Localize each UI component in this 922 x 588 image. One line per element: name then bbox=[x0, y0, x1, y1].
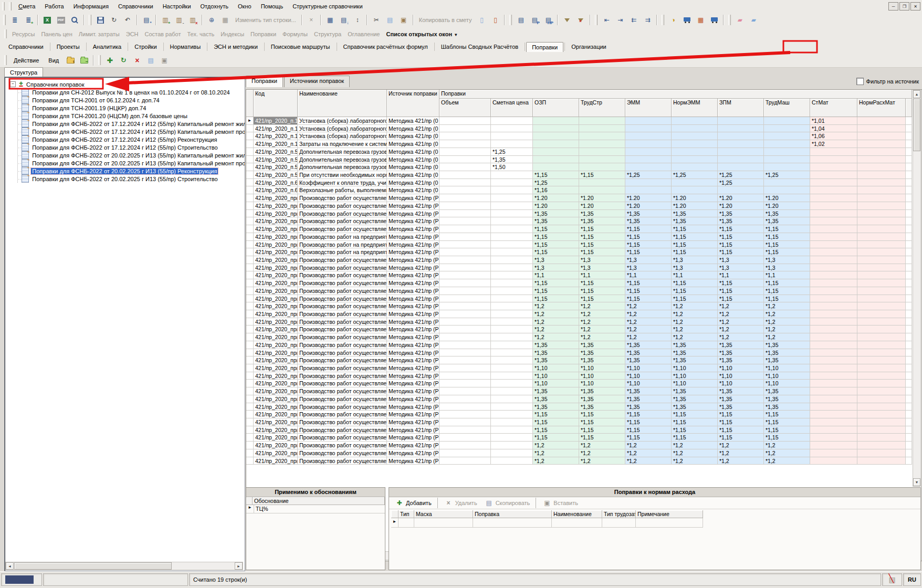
table-row[interactable]: 421/пр_2020_п.60Верхолазные работы, выпо… bbox=[246, 186, 912, 194]
tree-item-12[interactable]: ··Поправки для ФСНБ-2022 от 20.02.2025 г… bbox=[18, 175, 245, 183]
menu-item-2[interactable]: Работа bbox=[40, 2, 68, 10]
menu-item-1[interactable]: Смета bbox=[14, 2, 40, 10]
filter-clear-button[interactable]: x bbox=[574, 14, 587, 26]
tree-item-1[interactable]: ··Поправки для СН-2012 Выпуск № 1 в цена… bbox=[18, 88, 245, 96]
record-edit-button[interactable]: ▥- bbox=[173, 14, 185, 26]
module-tab-11[interactable]: Организации bbox=[566, 42, 612, 51]
tree-scroll-left[interactable]: ◄ bbox=[6, 562, 14, 570]
table-row[interactable]: 421/пр_2020_приПроизводство работ осущес… bbox=[246, 333, 912, 341]
folder-up-button[interactable]: t bbox=[64, 54, 77, 67]
grid-tab-2[interactable]: Источники поправок bbox=[284, 76, 350, 87]
grid-scroll-down[interactable]: ▼ bbox=[913, 478, 920, 486]
menu-item-4[interactable]: Справочники bbox=[113, 2, 158, 10]
tree-root[interactable]: −✚▬Справочник поправок bbox=[10, 80, 245, 88]
table-row[interactable]: 421/пр_2020_п.52Дополнительная перевозка… bbox=[246, 156, 912, 164]
folder-collapse-button[interactable]: − bbox=[78, 54, 90, 67]
paste-button[interactable]: ▣ bbox=[397, 14, 410, 26]
refresh-button[interactable]: ↻ bbox=[108, 14, 120, 26]
tree-item-5[interactable]: ··Поправки для ФСНБ-2022 от 17.12.2024 г… bbox=[18, 120, 245, 128]
minimize-button[interactable]: ─ bbox=[888, 2, 898, 10]
add-node-button[interactable]: ✚ bbox=[103, 54, 116, 67]
table-row[interactable]: 421/пр_2020_приПроизводство работ осущес… bbox=[246, 271, 912, 279]
tree-hscrollbar[interactable]: ◄ ► bbox=[5, 562, 243, 570]
layers-blue-button[interactable]: ▰ bbox=[747, 14, 760, 26]
doc-pr-button[interactable]: ▤ПР bbox=[542, 14, 554, 26]
sort-updown-button[interactable]: ↕ bbox=[351, 14, 364, 26]
table-row[interactable]: 421/пр_2020_п.52Дополнительная перевозка… bbox=[246, 148, 912, 156]
table-row[interactable]: 421/пр_2020_приПроизводство работ осущес… bbox=[246, 356, 912, 364]
table-row[interactable]: 421/пр_2020_п.12Установка (сборка) лабор… bbox=[246, 125, 912, 133]
doc-print-button[interactable]: ▤ bbox=[515, 14, 527, 26]
tree-scroll-right[interactable]: ► bbox=[235, 562, 243, 570]
menu-item-7[interactable]: Окно bbox=[233, 2, 256, 10]
lock-document-button[interactable]: ▤* bbox=[140, 14, 153, 26]
table-row[interactable]: 421/пр_2020_приПроизводство работ на пре… bbox=[246, 241, 912, 249]
structure-tree-add-button[interactable]: ≣+ bbox=[22, 14, 35, 26]
table-row[interactable]: 421/пр_2020_п.60Коэффициент к оплате тру… bbox=[246, 179, 912, 187]
layers-pink-button[interactable]: ▰ bbox=[734, 14, 746, 26]
tree-item-10[interactable]: ··Поправки для ФСНБ-2022 от 20.02.2025 г… bbox=[18, 159, 245, 167]
table-row[interactable]: 421/пр_2020_приПроизводство работ осущес… bbox=[246, 403, 912, 411]
delete-node-button[interactable]: × bbox=[131, 54, 143, 67]
table-row[interactable]: 421/пр_2020_приПроизводство работ осущес… bbox=[246, 217, 912, 225]
table-row[interactable]: 421/пр_2020_приПроизводство работ осущес… bbox=[246, 387, 912, 395]
table-row[interactable]: 421/пр_2020_п.12Затраты на подключение к… bbox=[246, 140, 912, 148]
doc-import-button[interactable]: ▤↓ bbox=[338, 14, 350, 26]
compass-button[interactable]: ◑ bbox=[667, 14, 679, 26]
menu-item-5[interactable]: Настройки bbox=[158, 2, 196, 10]
table-row[interactable]: 421/пр_2020_приПроизводство работ осущес… bbox=[246, 442, 912, 449]
table-row[interactable]: 421/пр_2020_приПроизводство работ осущес… bbox=[246, 194, 912, 202]
tree-item-9[interactable]: ··Поправки для ФСНБ-2022 от 20.02.2025 г… bbox=[18, 151, 245, 159]
table-row[interactable]: 421/пр_2020_приПроизводство работ осущес… bbox=[246, 449, 912, 457]
view-menu[interactable]: Вид bbox=[44, 56, 64, 65]
structure-tree-button[interactable]: ≣ bbox=[8, 14, 21, 26]
action-menu[interactable]: Действие bbox=[9, 56, 44, 65]
refresh-tree-button[interactable]: ↻ bbox=[117, 54, 130, 67]
table-row[interactable]: 421/пр_2020_п.12Установка (сборка) лабор… bbox=[246, 132, 912, 140]
undo-button[interactable]: ↶ bbox=[121, 14, 134, 26]
tree-collapse-box[interactable]: − bbox=[10, 81, 16, 87]
button-add[interactable]: ✚Добавить bbox=[392, 498, 435, 508]
clipboard-button[interactable]: ▯ bbox=[475, 14, 488, 26]
module-tab-10[interactable]: Поправки bbox=[526, 42, 563, 52]
truck-button[interactable] bbox=[680, 14, 693, 26]
table-row[interactable]: 421/пр_2020_приПроизводство работ осущес… bbox=[246, 202, 912, 210]
table-row[interactable]: 421/пр_2020_приПроизводство работ осущес… bbox=[246, 287, 912, 295]
tree-item-7[interactable]: ··Поправки для ФСНБ-2022 от 17.12.2024 г… bbox=[18, 135, 245, 143]
indent-first-button[interactable]: ⇤ bbox=[600, 14, 613, 26]
table-row[interactable]: 421/пр_2020_приПроизводство работ осущес… bbox=[246, 295, 912, 303]
doc-p-button[interactable]: ▤P bbox=[528, 14, 541, 26]
clipboard-orange-button[interactable]: ▯ bbox=[489, 14, 501, 26]
table-row[interactable]: 421/пр_2020_приПроизводство работ осущес… bbox=[246, 279, 912, 287]
search-button[interactable] bbox=[68, 14, 81, 26]
table-row[interactable]: 421/пр_2020_приПроизводство работ осущес… bbox=[246, 225, 912, 233]
pdf-export-button[interactable]: PDF bbox=[55, 14, 67, 26]
filter-button[interactable] bbox=[561, 14, 573, 26]
table-row[interactable]: 421/пр_2020_приПроизводство работ осущес… bbox=[246, 426, 912, 434]
record-add-button[interactable]: ▥+ bbox=[159, 14, 172, 26]
justification-row[interactable]: ТЦ% bbox=[254, 505, 385, 513]
paste-node-button[interactable]: ▣ bbox=[158, 54, 171, 67]
table-row[interactable]: 421/пр_2020_приПроизводство работ осущес… bbox=[246, 210, 912, 218]
table-row[interactable]: 421/пр_2020_приПроизводство работ осущес… bbox=[246, 341, 912, 349]
grid-tab-1[interactable]: Поправки bbox=[246, 76, 283, 87]
indent-button[interactable]: ⇉ bbox=[641, 14, 654, 26]
module-tab-3[interactable]: Аналитика bbox=[88, 42, 127, 51]
module-tab-4[interactable]: Стройки bbox=[129, 42, 162, 51]
open-windows-dropdown[interactable]: Список открытых окон ▼ bbox=[383, 31, 461, 37]
br-empty-row[interactable]: ► bbox=[391, 518, 920, 528]
outdent-button[interactable]: ⇇ bbox=[627, 14, 640, 26]
table-row[interactable]: 421/пр_2020_приПроизводство работ осущес… bbox=[246, 411, 912, 418]
module-tab-1[interactable]: Справочники bbox=[3, 42, 49, 51]
cut-button[interactable]: ✂ bbox=[370, 14, 383, 26]
table-row[interactable]: 421/пр_2020_приПроизводство работ осущес… bbox=[246, 302, 912, 310]
table-row[interactable]: 421/пр_2020_приПроизводство работ осущес… bbox=[246, 318, 912, 326]
restore-button[interactable]: ❐ bbox=[899, 2, 909, 10]
table-row[interactable]: 421/пр_2020_приПроизводство работ осущес… bbox=[246, 326, 912, 333]
module-tab-8[interactable]: Справочник расчётных формул bbox=[338, 42, 433, 51]
table-row[interactable]: 421/пр_2020_приПроизводство работ осущес… bbox=[246, 372, 912, 380]
module-tab-6[interactable]: ЭСН и методики bbox=[208, 42, 263, 51]
tree-item-8[interactable]: ··Поправки для ФСНБ-2022 от 17.12.2024 г… bbox=[18, 143, 245, 151]
close-x-button[interactable]: × bbox=[305, 14, 318, 26]
grid-vscrollbar[interactable]: ▲ ▼ bbox=[913, 90, 921, 487]
